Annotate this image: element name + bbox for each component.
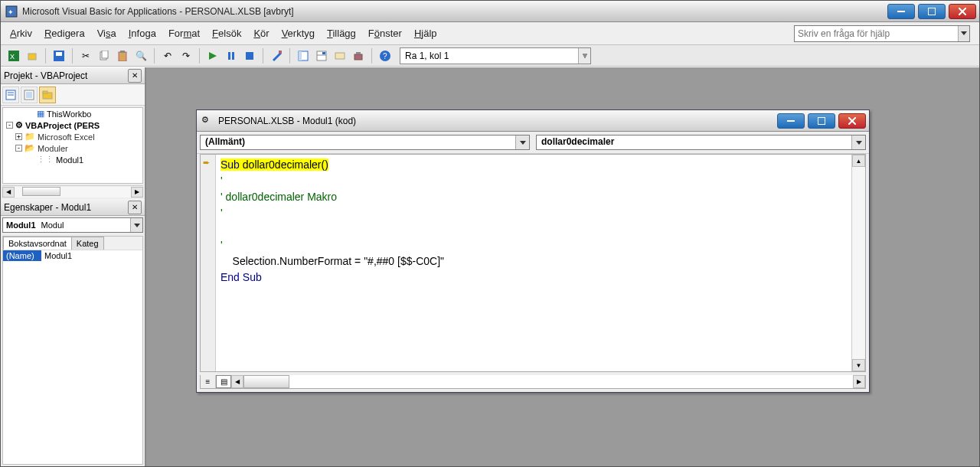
project-tree-hscroll[interactable]: ◀ ▶: [2, 185, 143, 198]
scroll-thumb[interactable]: [243, 375, 289, 388]
tb-object-browser-icon[interactable]: [332, 47, 348, 64]
scroll-track[interactable]: [852, 167, 865, 359]
scroll-thumb[interactable]: [22, 187, 60, 196]
dropdown-arrow-icon[interactable]: [851, 136, 865, 149]
property-row-name[interactable]: (Name) Modul1: [3, 250, 142, 261]
view-object-icon[interactable]: [21, 87, 38, 103]
svg-rect-41: [787, 120, 795, 122]
code-gutter[interactable]: ➨: [201, 155, 216, 371]
tb-cut-icon[interactable]: ✂: [77, 47, 94, 64]
tb-project-explorer-icon[interactable]: [295, 47, 312, 64]
menu-felsok[interactable]: Felsök: [212, 25, 241, 41]
view-code-icon[interactable]: [2, 87, 19, 103]
scroll-right-icon[interactable]: ▶: [131, 187, 143, 198]
menu-arkiv[interactable]: Arkiv: [10, 25, 32, 41]
tb-design-icon[interactable]: [268, 47, 285, 64]
toggle-folders-icon[interactable]: [39, 87, 56, 103]
scroll-down-icon[interactable]: ▼: [852, 359, 865, 371]
menu-visa[interactable]: Visa: [97, 25, 116, 41]
menu-tillagg[interactable]: Tillägg: [327, 25, 356, 41]
menu-verktyg[interactable]: Verktyg: [282, 25, 315, 41]
tb-undo-icon[interactable]: ↶: [159, 47, 176, 64]
toolbar-sep: [72, 48, 73, 64]
codewin-close-button[interactable]: [838, 113, 866, 129]
menu-hjalp[interactable]: Hjälp: [414, 25, 437, 41]
properties-tabs: Bokstavsordnat Kateg: [3, 237, 142, 250]
code-vscroll[interactable]: ▲ ▼: [851, 155, 865, 371]
scroll-left-icon[interactable]: ◀: [2, 187, 15, 198]
tree-item-thisworkbook[interactable]: ▦ThisWorkbo: [3, 108, 142, 119]
property-key: (Name): [3, 250, 41, 261]
tree-item-moduler[interactable]: - 📂 Moduler: [3, 142, 142, 154]
tab-alphabetical[interactable]: Bokstavsordnat: [3, 237, 72, 250]
tree-item-msexcel[interactable]: + 📁 Microsoft Excel: [3, 131, 142, 142]
help-search-input[interactable]: [795, 27, 958, 41]
scroll-left-icon[interactable]: ◀: [231, 375, 243, 388]
toolbar-sep: [289, 48, 290, 64]
dropdown-arrow-icon[interactable]: [515, 136, 529, 149]
tb-excel-icon[interactable]: X: [5, 47, 22, 64]
tb-help-icon[interactable]: ?: [377, 47, 394, 64]
object-dropdown[interactable]: (Allmänt): [200, 135, 530, 150]
dropdown-arrow-icon[interactable]: [130, 218, 142, 232]
help-search[interactable]: [794, 25, 970, 42]
properties-box: Bokstavsordnat Kateg (Name) Modul1: [2, 236, 143, 465]
tb-toolbox-icon[interactable]: [350, 47, 367, 64]
tree-item-vbaproject[interactable]: - ⚙ VBAProject (PERS: [3, 119, 142, 131]
app-icon: ✦: [5, 5, 18, 18]
toolbar: X ✂ 🔍 ↶ ↷ ? Ra 1, kol 1: [1, 45, 979, 67]
tb-properties-icon[interactable]: [313, 47, 330, 64]
code-window-icon: ⚙: [201, 115, 214, 127]
svg-rect-20: [279, 51, 282, 54]
project-panel-close-icon[interactable]: ✕: [128, 69, 142, 83]
tb-find-icon[interactable]: 🔍: [132, 47, 149, 64]
code-editor[interactable]: Sub dollar0decimaler() ' ' dollar0decima…: [216, 155, 851, 371]
full-module-view-icon[interactable]: ▤: [216, 375, 231, 388]
codewin-maximize-button[interactable]: [808, 113, 835, 129]
menu-format[interactable]: Format: [168, 25, 200, 41]
tb-run-icon[interactable]: [204, 47, 221, 64]
procedure-view-icon[interactable]: ≡: [201, 375, 216, 388]
code-dropdowns: (Allmänt) dollar0decimaler: [197, 132, 869, 154]
svg-rect-38: [26, 92, 32, 98]
tab-categorized[interactable]: Kateg: [71, 237, 104, 250]
properties-object-dropdown[interactable]: Modul1 Modul: [2, 217, 143, 233]
menu-redigera[interactable]: Redigera: [44, 25, 85, 41]
location-dropdown-icon[interactable]: [578, 48, 590, 64]
maximize-button[interactable]: [918, 4, 946, 19]
tb-copy-icon[interactable]: [96, 47, 113, 64]
tb-save-icon[interactable]: [51, 47, 67, 64]
property-value[interactable]: Modul1: [41, 250, 75, 261]
svg-rect-40: [43, 91, 47, 93]
scroll-up-icon[interactable]: ▲: [852, 155, 865, 167]
minimize-button[interactable]: [887, 4, 915, 19]
tree-item-modul1[interactable]: ⋮⋮ Modul1: [3, 154, 142, 165]
scroll-right-icon[interactable]: ▶: [853, 375, 865, 388]
toolbar-location[interactable]: Ra 1, kol 1: [400, 47, 591, 64]
project-tree[interactable]: ▦ThisWorkbo - ⚙ VBAProject (PERS + 📁 Mic…: [2, 107, 143, 184]
menu-infoga[interactable]: Infoga: [129, 25, 156, 41]
toolbar-sep: [199, 48, 200, 64]
project-toolbar: [1, 84, 145, 106]
svg-marker-15: [209, 52, 217, 60]
help-search-dropdown-icon[interactable]: [958, 26, 969, 41]
menu-fonster[interactable]: Fönster: [368, 25, 402, 41]
breakpoint-arrow-icon: ➨: [203, 158, 210, 168]
properties-panel-close-icon[interactable]: ✕: [128, 201, 142, 214]
tb-break-icon[interactable]: [223, 47, 240, 64]
tb-paste-icon[interactable]: [114, 47, 131, 64]
toolbar-sep: [371, 48, 372, 64]
svg-text:?: ?: [383, 52, 387, 60]
tb-reset-icon[interactable]: [241, 47, 258, 64]
close-button[interactable]: [949, 4, 976, 19]
procedure-dropdown[interactable]: dollar0decimaler: [536, 135, 866, 150]
svg-rect-12: [102, 51, 108, 58]
code-hscroll[interactable]: ◀ ▶: [231, 375, 865, 388]
menu-kor[interactable]: Kör: [253, 25, 269, 41]
svg-rect-10: [56, 52, 62, 56]
svg-rect-8: [28, 54, 36, 60]
codewin-minimize-button[interactable]: [777, 113, 805, 129]
tb-insert-icon[interactable]: [24, 47, 41, 64]
tb-redo-icon[interactable]: ↷: [178, 47, 194, 64]
window-buttons: [887, 4, 976, 19]
